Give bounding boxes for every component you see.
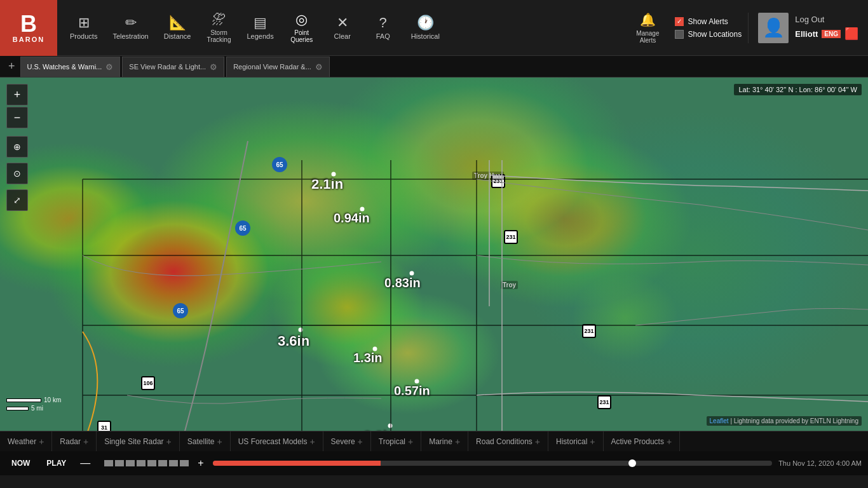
tab-1[interactable]: U.S. Watches & Warni... ⚙ bbox=[20, 57, 121, 77]
tl-seg-1[interactable] bbox=[104, 460, 113, 466]
btab-radar[interactable]: Radar + bbox=[52, 431, 97, 452]
nav-legends[interactable]: ▤ Legends bbox=[240, 12, 280, 44]
telestration-icon: ✏ bbox=[125, 16, 137, 30]
manage-alerts-label: ManageAlerts bbox=[636, 30, 659, 44]
btab-tropical-label: Tropical bbox=[379, 437, 405, 446]
top-navigation: B BARON ⊞ Products ✏ Telestration 📐 Dist… bbox=[0, 0, 868, 56]
show-locations-toggle[interactable]: Show Locations bbox=[675, 30, 742, 39]
attribution-text: | Lightning data provided by ENTLN Light… bbox=[730, 417, 858, 424]
btab-active-products[interactable]: Active Products + bbox=[604, 431, 681, 452]
nav-storm-tracking[interactable]: ⛈ StormTracking bbox=[200, 9, 238, 47]
clear-icon: ✕ bbox=[337, 16, 348, 30]
add-tab-button[interactable]: + bbox=[3, 60, 20, 73]
btab-weather-label: Weather bbox=[8, 437, 36, 446]
btab-satellite-plus[interactable]: + bbox=[217, 437, 222, 447]
nav-historical[interactable]: 🕐 Historical bbox=[405, 12, 446, 44]
nav-faq[interactable]: ? FAQ bbox=[364, 12, 402, 44]
nav-products[interactable]: ⊞ Products bbox=[64, 12, 104, 44]
tl-seg-7[interactable] bbox=[169, 460, 178, 466]
nav-distance[interactable]: 📐 Distance bbox=[158, 12, 198, 44]
distance-label: Distance bbox=[164, 32, 191, 40]
btab-tropical[interactable]: Tropical + bbox=[371, 431, 421, 452]
tab-2-gear-icon[interactable]: ⚙ bbox=[210, 62, 217, 72]
coordinate-display: Lat: 31° 40' 32'' N : Lon: 86° 00' 04'' … bbox=[734, 84, 862, 95]
tl-seg-8[interactable] bbox=[180, 460, 189, 466]
zoom-out-button[interactable]: − bbox=[6, 107, 28, 128]
timeline-thumb[interactable] bbox=[628, 459, 636, 467]
scale-mi-label: 5 mi bbox=[31, 405, 43, 412]
timeline-plus-button[interactable]: + bbox=[195, 458, 206, 469]
faq-label: FAQ bbox=[376, 32, 390, 40]
btab-satellite[interactable]: Satellite + bbox=[180, 431, 231, 452]
scale-bar: 10 km 5 mi bbox=[6, 396, 61, 412]
btab-severe[interactable]: Severe + bbox=[323, 431, 371, 452]
btab-weather-plus[interactable]: + bbox=[39, 437, 44, 447]
nav-point-queries[interactable]: ◎ PointQueries bbox=[283, 9, 321, 47]
map-controls: + − ⊕ ⊙ ⤢ bbox=[6, 84, 28, 211]
scale-ruler-km bbox=[6, 398, 41, 402]
btab-active-products-label: Active Products bbox=[611, 437, 664, 446]
tab-3-label: Regional View Radar &... bbox=[233, 63, 311, 71]
tab-2-label: SE View Radar & Light... bbox=[129, 63, 206, 71]
tab-3[interactable]: Regional View Radar &... ⚙ bbox=[226, 57, 330, 77]
timeline-now-button[interactable]: NOW bbox=[6, 456, 35, 470]
btab-us-forecast-plus[interactable]: + bbox=[309, 437, 315, 447]
clear-label: Clear bbox=[334, 32, 351, 40]
user-info: Log Out Elliott ENG 🟥 bbox=[795, 15, 858, 41]
logo-name: BARON bbox=[13, 36, 44, 43]
btab-active-products-plus[interactable]: + bbox=[667, 437, 672, 447]
btab-severe-label: Severe bbox=[331, 437, 355, 446]
tl-seg-5[interactable] bbox=[147, 460, 156, 466]
fullscreen-button[interactable]: ⤢ bbox=[6, 189, 28, 211]
btab-single-site-plus[interactable]: + bbox=[166, 437, 172, 447]
show-alerts-checkbox[interactable]: ✓ bbox=[675, 17, 684, 26]
btab-historical[interactable]: Historical + bbox=[548, 431, 604, 452]
tab-1-gear-icon[interactable]: ⚙ bbox=[105, 62, 113, 72]
tl-seg-3[interactable] bbox=[126, 460, 135, 466]
show-alerts-toggle[interactable]: ✓ Show Alerts bbox=[675, 17, 742, 26]
btab-marine-plus[interactable]: + bbox=[455, 437, 460, 447]
products-icon: ⊞ bbox=[78, 16, 90, 30]
btab-severe-plus[interactable]: + bbox=[358, 437, 363, 447]
nav-clear[interactable]: ✕ Clear bbox=[323, 12, 362, 44]
btab-us-forecast[interactable]: US Forecast Models + bbox=[231, 431, 323, 452]
username: Elliott bbox=[795, 29, 818, 39]
nav-telestration[interactable]: ✏ Telestration bbox=[106, 12, 154, 44]
manage-alerts-button[interactable]: 🔔 ManageAlerts bbox=[636, 12, 659, 44]
zoom-in-button[interactable]: + bbox=[6, 84, 28, 105]
btab-road-conditions[interactable]: Road Conditions + bbox=[468, 431, 548, 452]
tab-3-gear-icon[interactable]: ⚙ bbox=[315, 62, 323, 72]
tl-seg-4[interactable] bbox=[137, 460, 146, 466]
zoom-in-alt-button[interactable]: ⊕ bbox=[6, 136, 28, 158]
nav-items: ⊞ Products ✏ Telestration 📐 Distance ⛈ S… bbox=[57, 9, 627, 47]
toggles-area: ✓ Show Alerts Show Locations bbox=[668, 17, 748, 39]
scale-km-label: 10 km bbox=[44, 396, 61, 403]
logout-button[interactable]: Log Out bbox=[795, 15, 858, 24]
tab-2[interactable]: SE View Radar & Light... ⚙ bbox=[122, 57, 224, 77]
logo[interactable]: B BARON bbox=[0, 0, 57, 56]
btab-radar-plus[interactable]: + bbox=[83, 437, 88, 447]
tl-seg-6[interactable] bbox=[158, 460, 167, 466]
map-container[interactable]: + − ⊕ ⊙ ⤢ Lat: 31° 40' 32'' N : Lon: 86°… bbox=[0, 78, 868, 431]
timeline-scrubber[interactable] bbox=[213, 461, 773, 466]
language-badge[interactable]: ENG bbox=[822, 30, 841, 38]
timeline-play-button[interactable]: PLAY bbox=[41, 456, 71, 470]
locate-button[interactable]: ⊙ bbox=[6, 163, 28, 184]
timeline-minus-button[interactable]: — bbox=[78, 458, 93, 469]
products-label: Products bbox=[70, 32, 97, 40]
btab-single-site-radar[interactable]: Single Site Radar + bbox=[97, 431, 180, 452]
btab-weather[interactable]: Weather + bbox=[0, 431, 52, 452]
avatar: 👤 bbox=[758, 13, 789, 43]
tl-seg-2[interactable] bbox=[115, 460, 124, 466]
storm-tracking-icon: ⛈ bbox=[212, 13, 226, 27]
user-area: 👤 Log Out Elliott ENG 🟥 bbox=[748, 13, 868, 43]
legends-icon: ▤ bbox=[254, 16, 267, 30]
btab-tropical-plus[interactable]: + bbox=[408, 437, 413, 447]
radar-overlay bbox=[0, 78, 868, 431]
btab-marine[interactable]: Marine + bbox=[421, 431, 468, 452]
btab-road-conditions-plus[interactable]: + bbox=[535, 437, 540, 447]
leaflet-link[interactable]: Leaflet bbox=[710, 417, 729, 424]
show-locations-checkbox[interactable] bbox=[675, 30, 684, 39]
btab-historical-plus[interactable]: + bbox=[590, 437, 595, 447]
historical-label: Historical bbox=[411, 32, 440, 40]
